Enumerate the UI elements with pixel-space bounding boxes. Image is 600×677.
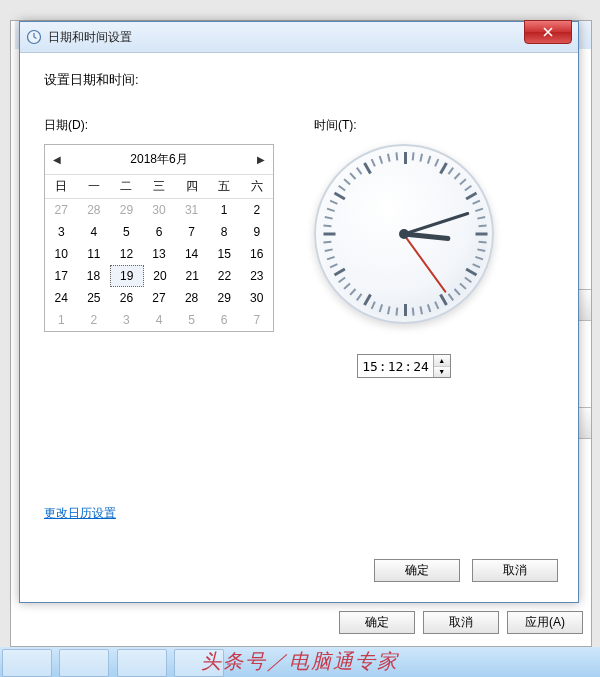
cal-dow: 五 bbox=[208, 174, 241, 199]
cal-day[interactable]: 24 bbox=[45, 287, 78, 309]
cal-title[interactable]: 2018年6月 bbox=[130, 151, 187, 168]
cal-day[interactable]: 20 bbox=[144, 265, 176, 287]
cal-day[interactable]: 22 bbox=[208, 265, 240, 287]
date-label: 日期(D): bbox=[44, 117, 274, 134]
spin-down-button[interactable]: ▼ bbox=[434, 367, 450, 378]
cal-day[interactable]: 15 bbox=[208, 243, 241, 265]
cal-dow: 六 bbox=[240, 174, 273, 199]
cal-day[interactable]: 4 bbox=[78, 221, 111, 243]
cal-day[interactable]: 8 bbox=[208, 221, 241, 243]
close-icon bbox=[543, 27, 553, 37]
cal-day[interactable]: 5 bbox=[175, 309, 208, 331]
dialog-subtitle: 设置日期和时间: bbox=[44, 71, 554, 89]
cal-day[interactable]: 16 bbox=[240, 243, 273, 265]
cal-dow: 日 bbox=[45, 174, 78, 199]
parent-ok-button[interactable]: 确定 bbox=[339, 611, 415, 634]
dialog-title: 日期和时间设置 bbox=[48, 29, 132, 46]
cal-day[interactable]: 27 bbox=[143, 287, 176, 309]
cal-day[interactable]: 2 bbox=[240, 199, 273, 221]
datetime-icon bbox=[26, 29, 42, 45]
cancel-button[interactable]: 取消 bbox=[472, 559, 558, 582]
spin-up-button[interactable]: ▲ bbox=[434, 355, 450, 367]
cal-prev-button[interactable]: ◀ bbox=[49, 152, 65, 168]
cal-day[interactable]: 7 bbox=[240, 309, 273, 331]
parent-cancel-button[interactable]: 取消 bbox=[423, 611, 499, 634]
cal-day[interactable]: 19 bbox=[110, 265, 144, 287]
cal-day[interactable]: 12 bbox=[110, 243, 143, 265]
analog-clock bbox=[314, 144, 494, 324]
peek-button-1[interactable] bbox=[578, 289, 591, 321]
cal-day[interactable]: 2 bbox=[78, 309, 111, 331]
parent-window: 日期和时间 · Internet 时间 确定 取消 应用(A) 日期和时间设置 … bbox=[10, 20, 592, 647]
cal-day[interactable]: 9 bbox=[240, 221, 273, 243]
cal-day[interactable]: 4 bbox=[143, 309, 176, 331]
cal-day[interactable]: 13 bbox=[143, 243, 176, 265]
cal-dow: 四 bbox=[175, 174, 208, 199]
cal-day[interactable]: 25 bbox=[78, 287, 111, 309]
cal-day[interactable]: 10 bbox=[45, 243, 78, 265]
cal-day[interactable]: 18 bbox=[77, 265, 109, 287]
time-sec[interactable]: 24 bbox=[412, 359, 430, 374]
time-section: 时间(T): 15: 12: 24 bbox=[314, 117, 494, 378]
cal-next-button[interactable]: ▶ bbox=[253, 152, 269, 168]
time-label: 时间(T): bbox=[314, 117, 494, 134]
cal-day[interactable]: 29 bbox=[208, 287, 241, 309]
titlebar: 日期和时间设置 bbox=[20, 22, 578, 53]
taskbar-item[interactable] bbox=[2, 649, 52, 677]
cal-day[interactable]: 29 bbox=[110, 199, 143, 221]
datetime-dialog: 日期和时间设置 设置日期和时间: 日期(D): ◀ 2018年6月 ▶ 日一二三… bbox=[19, 21, 579, 603]
taskbar bbox=[0, 647, 600, 677]
cal-day[interactable]: 26 bbox=[110, 287, 143, 309]
taskbar-item[interactable] bbox=[174, 649, 224, 677]
time-spinner[interactable]: 15: 12: 24 ▲ ▼ bbox=[357, 354, 451, 378]
time-min[interactable]: 12 bbox=[387, 359, 405, 374]
cal-day[interactable]: 28 bbox=[175, 287, 208, 309]
date-section: 日期(D): ◀ 2018年6月 ▶ 日一二三四五六27282930311234… bbox=[44, 117, 274, 378]
cal-day[interactable]: 3 bbox=[45, 221, 78, 243]
cal-day[interactable]: 5 bbox=[110, 221, 143, 243]
cal-day[interactable]: 1 bbox=[45, 309, 78, 331]
cal-day[interactable]: 27 bbox=[45, 199, 78, 221]
cal-dow: 一 bbox=[78, 174, 111, 199]
cal-day[interactable]: 11 bbox=[78, 243, 111, 265]
calendar: ◀ 2018年6月 ▶ 日一二三四五六272829303112345678910… bbox=[44, 144, 274, 332]
taskbar-item[interactable] bbox=[59, 649, 109, 677]
cal-day[interactable]: 6 bbox=[143, 221, 176, 243]
cal-day[interactable]: 31 bbox=[175, 199, 208, 221]
peek-button-2[interactable] bbox=[578, 407, 591, 439]
cal-day[interactable]: 3 bbox=[110, 309, 143, 331]
change-calendar-settings-link[interactable]: 更改日历设置 bbox=[44, 505, 116, 522]
close-button[interactable] bbox=[524, 20, 572, 44]
cal-dow: 三 bbox=[143, 174, 176, 199]
cal-dow: 二 bbox=[110, 174, 143, 199]
cal-day[interactable]: 6 bbox=[208, 309, 241, 331]
cal-day[interactable]: 17 bbox=[45, 265, 77, 287]
parent-apply-button[interactable]: 应用(A) bbox=[507, 611, 583, 634]
taskbar-item[interactable] bbox=[117, 649, 167, 677]
clock-pin bbox=[399, 229, 409, 239]
time-hour[interactable]: 15 bbox=[361, 359, 379, 374]
cal-day[interactable]: 14 bbox=[175, 243, 208, 265]
cal-day[interactable]: 30 bbox=[240, 287, 273, 309]
cal-day[interactable]: 7 bbox=[175, 221, 208, 243]
cal-day[interactable]: 21 bbox=[176, 265, 208, 287]
ok-button[interactable]: 确定 bbox=[374, 559, 460, 582]
cal-day[interactable]: 30 bbox=[143, 199, 176, 221]
cal-day[interactable]: 23 bbox=[241, 265, 273, 287]
cal-day[interactable]: 1 bbox=[208, 199, 241, 221]
cal-day[interactable]: 28 bbox=[78, 199, 111, 221]
